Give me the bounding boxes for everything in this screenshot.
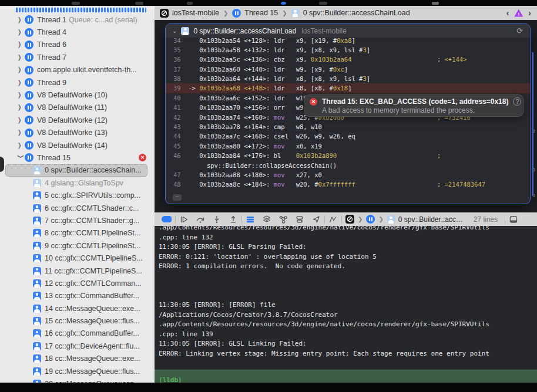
cpu-usage-bar [16, 8, 146, 12]
help-icon[interactable]: ? [513, 97, 521, 106]
forward-chevron-icon[interactable]: › [528, 8, 531, 18]
console-line: .app/Contents/Resources/resources/3d/eng… [159, 320, 537, 330]
chevron-down-icon[interactable]: ⌄ [172, 28, 177, 34]
disassembly-code[interactable]: 34 0x103b2aa54 <+128>: ldr x9, [x19, #0x… [166, 38, 530, 204]
chevron-right-icon[interactable]: ❯ [18, 92, 25, 99]
back-chevron-icon[interactable]: ‹ [506, 8, 509, 18]
stack-frame-row[interactable]: 15 cc::MessageQueue::flus... [0, 315, 155, 327]
warning-triangle-icon[interactable] [514, 9, 523, 17]
stack-frame-row[interactable]: 5 cc::gfx::SPIRVUtils::comp... [0, 189, 155, 201]
stack-frame-row[interactable]: 17 cc::gfx::DeviceAgent::flu... [0, 340, 155, 352]
breakpoints-toggle-icon[interactable] [162, 216, 172, 222]
stack-frame-row[interactable]: 14 cc::MessageQueue::exe... [0, 302, 155, 315]
editor-scrollbar[interactable] [532, 52, 533, 196]
step-over-icon[interactable] [196, 215, 205, 224]
process-icon[interactable] [345, 215, 354, 224]
thread-row[interactable]: ❯V8 DefaultWorke (10) [0, 89, 155, 101]
breadcrumb-thread[interactable]: Thread 15 [244, 9, 278, 17]
disassembly-card-header[interactable]: ⌄ 0 spv::Builder::accessChainLoad iosTes… [166, 24, 530, 38]
chevron-right-icon[interactable]: ❯ [18, 79, 25, 86]
thread-row[interactable]: ❯Thread 15✕ [0, 151, 155, 164]
thread-row[interactable]: ❯V8 DefaultWorke (14) [0, 139, 155, 151]
disassembly-line[interactable]: 37 0x103b2aa60 <+140>: ldr w9, [x9, #0xc… [173, 65, 530, 74]
stack-frame-row[interactable]: 0 spv::Builder::accessChain... [5, 164, 147, 177]
stack-frame-icon [33, 342, 41, 350]
thread-row[interactable]: ❯V8 DefaultWorke (11) [0, 102, 155, 114]
thread-paused-icon [25, 15, 33, 24]
chevron-right-icon[interactable]: ❯ [18, 142, 25, 149]
stack-frame-row[interactable]: 6 cc::gfx::CCMTLShader::c... [0, 202, 155, 214]
thread-list: ❯Thread 1Queue: c...ad (serial)❯Thread 4… [0, 13, 155, 383]
toggle-console-panel-icon[interactable] [509, 215, 518, 224]
thread-paused-icon [25, 78, 33, 87]
breadcrumb-process[interactable]: iosTest-mobile [172, 9, 219, 17]
row-label: 12 cc::gfx::CCMTLComman... [45, 279, 142, 288]
thread-row[interactable]: ❯V8 DefaultWorke (12) [0, 114, 155, 126]
refresh-icon[interactable]: ⟳ [516, 26, 523, 35]
row-label: 8 cc::gfx::CCMTLPipelineSt... [45, 229, 140, 237]
row-label: 18 cc::MessageQueue::exe... [45, 354, 140, 363]
thread-row[interactable]: ❯Thread 7 [0, 51, 155, 63]
console-line [159, 272, 537, 282]
disassembly-continuation-line[interactable]: spv::Builder::collapseAccessChain() [173, 161, 530, 170]
chevron-right-icon[interactable]: ❯ [18, 16, 25, 23]
stack-frame-row[interactable]: 9 cc::gfx::CCMTLPipelineSt... [0, 239, 155, 252]
stack-frame-row[interactable]: 20 cc::MessageQueue::con... [0, 377, 155, 383]
stack-frame-row[interactable]: 13 cc::gfx::CommandBuffer... [0, 290, 155, 302]
chevron-right-icon[interactable]: ❯ [18, 54, 25, 61]
zigzag-icon[interactable] [328, 215, 338, 224]
debugbar-frame-label[interactable]: 0 spv::Builder::accessChainLoad [398, 215, 464, 224]
disassembly-line[interactable]: 39 -> 0x103b2aa68 <+148>: ldr x8, [x8, #… [166, 83, 531, 93]
continue-button-icon[interactable] [179, 215, 189, 224]
stack-frame-row[interactable]: 12 cc::gfx::CCMTLComman... [0, 277, 155, 289]
collapse-button[interactable]: − [173, 194, 182, 201]
stack-frame-icon [33, 166, 41, 174]
lldb-prompt-bar[interactable]: (lldb) [155, 370, 537, 383]
breadcrumb-frame[interactable]: 0 spv::Builder::accessChainLoad [303, 9, 410, 17]
stack-frame-row[interactable]: 8 cc::gfx::CCMTLPipelineSt... [0, 227, 155, 239]
disassembly-line[interactable]: 47 0x103b2aa88 <+180>: mov x27, x0 [173, 170, 530, 180]
memory-graph-icon[interactable] [278, 215, 288, 224]
chevron-right-icon[interactable]: ❯ [18, 67, 25, 74]
disassembly-line[interactable]: 35 0x103b2aa58 <+132>: ldr x9, [x8, x9, … [173, 45, 530, 55]
chevron-down-icon[interactable]: ❯ [18, 154, 25, 161]
thread-row[interactable]: ❯Thread 4 [0, 26, 155, 38]
thread-row[interactable]: ❯Thread 9 [0, 76, 155, 89]
stack-frame-row[interactable]: 19 cc::MessageQueue::flus... [0, 365, 155, 377]
disassembly-line[interactable]: 36 0x103b2aa5c <+136>: cbz x9, 0x103b2aa… [173, 55, 530, 64]
step-into-icon[interactable] [212, 215, 221, 224]
stack-frame-icon [33, 242, 41, 250]
stack-frame-row[interactable]: 10 cc::gfx::CCMTLPipelineS... [0, 252, 155, 264]
thread-row[interactable]: ❯V8 DefaultWorke (13) [0, 127, 155, 139]
simulate-location-icon[interactable] [311, 215, 321, 224]
chevron-right-icon[interactable]: ❯ [18, 42, 25, 49]
chevron-right-icon[interactable]: ❯ [18, 117, 25, 124]
environment-overrides-icon[interactable] [295, 215, 304, 224]
disassembly-line[interactable]: 46 0x103b2aa84 <+176>: bl 0x103b2a890 ; [173, 151, 530, 160]
chevron-right-icon[interactable]: ❯ [18, 104, 25, 111]
debug-view-hierarchy-icon[interactable] [262, 215, 271, 224]
disassembly-line[interactable]: 45 0x103b2aa80 <+172>: mov x0, x19 [173, 141, 530, 151]
step-out-icon[interactable] [229, 215, 238, 224]
stack-frame-row[interactable]: 18 cc::MessageQueue::exe... [0, 353, 155, 365]
chevron-right-icon[interactable]: ❯ [18, 29, 25, 36]
disassembly-line[interactable]: 43 0x103b2aa78 <+164>: cmp w8, w10 [173, 122, 530, 131]
disassembly-line[interactable]: 38 0x103b2aa64 <+144>: ldr x8, [x8, x9, … [173, 74, 530, 83]
stack-frame-row[interactable]: 4 glslang::GlslangToSpv [0, 177, 155, 189]
thread-paused-icon[interactable] [366, 215, 375, 224]
chevron-right-icon[interactable]: ❯ [18, 129, 25, 136]
console-output[interactable]: .app/Contents/Resources/resources/3d/eng… [155, 226, 537, 370]
stack-frame-row[interactable]: 16 cc::gfx::CommandBuffer... [0, 327, 155, 340]
row-label: 15 cc::MessageQueue::flus... [45, 317, 140, 325]
disassembly-line[interactable]: 44 0x103b2aa7c <+168>: csel w26, w9, w26… [173, 131, 530, 141]
annotation-title: Thread 15: EXC_BAD_ACCESS (code=1, addre… [322, 97, 508, 106]
view-console-icon[interactable] [246, 215, 255, 224]
stack-frame-row[interactable]: 7 cc::gfx::CCMTLShader::g... [0, 214, 155, 227]
sidebar-focus-handle[interactable] [0, 157, 4, 172]
stack-frame-row[interactable]: 11 cc::gfx::CCMTLPipelineS... [0, 265, 155, 277]
row-label: 0 spv::Builder::accessChain... [45, 166, 142, 174]
thread-row[interactable]: ❯Thread 6 [0, 39, 155, 51]
thread-row[interactable]: ❯Thread 1Queue: c...ad (serial) [0, 13, 155, 26]
disassembly-line[interactable]: 48 0x103b2aa8c <+184>: mov w20, #0x7ffff… [173, 180, 530, 189]
thread-row[interactable]: ❯com.apple.uikit.eventfetch-th... [0, 64, 155, 76]
